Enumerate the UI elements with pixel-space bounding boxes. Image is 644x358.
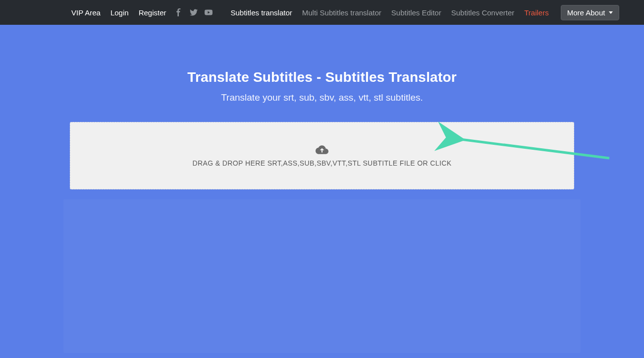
facebook-icon[interactable] [174, 8, 183, 17]
more-about-label: More About [567, 8, 605, 17]
page-title: Translate Subtitles - Subtitles Translat… [0, 69, 644, 85]
chevron-down-icon [609, 11, 613, 14]
nav-login[interactable]: Login [108, 5, 131, 20]
lower-panel-placeholder [63, 199, 581, 353]
file-dropzone[interactable]: DRAG & DROP HERE SRT,ASS,SUB,SBV,VTT,STL… [70, 122, 574, 189]
page-subtitle: Translate your srt, sub, sbv, ass, vtt, … [0, 92, 644, 103]
main-content: Translate Subtitles - Subtitles Translat… [0, 25, 644, 353]
nav-subtitles-translator[interactable]: Subtitles translator [229, 5, 294, 20]
nav-subtitles-editor[interactable]: Subtitles Editor [389, 5, 443, 20]
nav-left-group: VIP Area Login Register [69, 5, 213, 20]
nav-trailers[interactable]: Trailers [522, 5, 550, 20]
navbar: VIP Area Login Register Subtitles transl… [0, 0, 644, 25]
more-about-dropdown[interactable]: More About [561, 5, 620, 20]
twitter-icon[interactable] [189, 8, 198, 17]
nav-subtitles-converter[interactable]: Subtitles Converter [449, 5, 517, 20]
dropzone-text: DRAG & DROP HERE SRT,ASS,SUB,SBV,VTT,STL… [192, 159, 451, 167]
nav-center-group: Subtitles translator Multi Subtitles tra… [229, 5, 620, 20]
cloud-upload-icon [316, 144, 328, 155]
nav-multi-subtitles[interactable]: Multi Subtitles translator [300, 5, 383, 20]
nav-vip[interactable]: VIP Area [69, 5, 103, 20]
youtube-icon[interactable] [204, 8, 213, 17]
nav-register[interactable]: Register [137, 5, 168, 20]
dropzone-container: DRAG & DROP HERE SRT,ASS,SUB,SBV,VTT,STL… [70, 122, 574, 189]
